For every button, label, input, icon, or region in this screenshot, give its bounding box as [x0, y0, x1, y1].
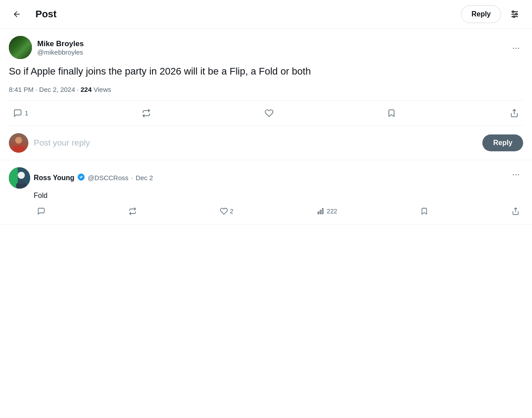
- reply-date: Dec 2: [136, 174, 153, 181]
- author-avatar: [9, 36, 32, 59]
- reply-name-row: Ross Young @DSCCRoss · Dec 2: [34, 173, 153, 183]
- svg-point-8: [12, 146, 25, 153]
- post-views-count: 224: [81, 86, 92, 93]
- svg-rect-14: [19, 181, 24, 184]
- reply-post-button[interactable]: Reply: [482, 134, 523, 151]
- settings-icon: [510, 9, 520, 19]
- reply-views-button[interactable]: 222: [313, 205, 340, 217]
- svg-point-5: [513, 16, 515, 18]
- svg-point-12: [18, 172, 25, 179]
- author-name-block: Mike Broyles @mikebbroyles: [37, 39, 84, 56]
- tweet-reply: Ross Young @DSCCRoss · Dec 2 ··· Fold: [0, 160, 532, 225]
- reply-placeholder[interactable]: Post your reply: [34, 138, 90, 148]
- retweet-icon: [142, 109, 151, 118]
- reply-author-avatar: [9, 167, 30, 189]
- more-options-button[interactable]: ···: [509, 41, 523, 55]
- svg-rect-16: [318, 212, 319, 214]
- bookmark-icon: [387, 109, 396, 118]
- reply-bookmark-button[interactable]: [417, 205, 432, 217]
- author-handle: @mikebbroyles: [37, 48, 84, 56]
- post-timestamp: 8:41 PM · Dec 2, 2024: [9, 86, 75, 93]
- share-button[interactable]: [505, 106, 523, 120]
- bookmark-button[interactable]: [383, 106, 400, 120]
- post-author-info: Mike Broyles @mikebbroyles: [9, 36, 84, 59]
- header: Post Reply: [0, 0, 532, 29]
- reply-input-inner: Post your reply: [9, 133, 477, 153]
- post-text: So if Apple finally joins the party in 2…: [9, 64, 523, 79]
- avatar-silhouette: [9, 133, 28, 153]
- header-reply-button[interactable]: Reply: [461, 5, 501, 23]
- post-container: Mike Broyles @mikebbroyles ··· So if App…: [0, 29, 532, 126]
- action-bar: 1: [9, 101, 523, 126]
- reply-comment-button[interactable]: [34, 205, 49, 217]
- reply-like-count: 2: [230, 208, 234, 215]
- reply-author-handle: @DSCCRoss: [88, 174, 129, 181]
- verified-icon: [77, 173, 85, 181]
- svg-point-3: [512, 11, 514, 13]
- heart-icon: [265, 109, 274, 118]
- retweet-button[interactable]: [137, 106, 155, 120]
- comment-count: 1: [25, 110, 28, 117]
- post-author-row: Mike Broyles @mikebbroyles ···: [9, 36, 523, 59]
- tweet-reply-header: Ross Young @DSCCRoss · Dec 2 ···: [9, 167, 523, 189]
- like-button[interactable]: [260, 106, 278, 120]
- reply-actions: 2 222: [34, 205, 523, 217]
- current-user-avatar: [9, 133, 28, 153]
- comment-icon: [13, 109, 22, 118]
- reply-bookmark-icon: [420, 207, 428, 215]
- verified-badge: [77, 173, 85, 183]
- svg-point-9: [16, 137, 22, 143]
- page-title: Post: [35, 8, 57, 20]
- reply-views-count: 222: [327, 208, 337, 215]
- svg-point-4: [516, 13, 517, 15]
- tweet-reply-author: Ross Young @DSCCRoss · Dec 2: [9, 167, 153, 189]
- post-meta: 8:41 PM · Dec 2, 2024 · 224 Views: [9, 86, 523, 93]
- svg-rect-17: [320, 210, 321, 214]
- reply-share-icon: [512, 207, 520, 215]
- settings-button[interactable]: [506, 6, 523, 23]
- reply-like-button[interactable]: 2: [216, 205, 237, 217]
- back-button[interactable]: [9, 6, 25, 22]
- share-icon: [510, 109, 519, 118]
- reply-author-details: Ross Young @DSCCRoss · Dec 2: [34, 173, 153, 183]
- reply-author-name: Ross Young: [34, 174, 74, 182]
- author-name: Mike Broyles: [37, 39, 84, 48]
- reply-text: Fold: [34, 190, 523, 201]
- reply-heart-icon: [220, 207, 228, 215]
- reply-input-row: Post your reply Reply: [0, 126, 532, 160]
- comment-button[interactable]: 1: [9, 106, 33, 120]
- reply-comment-icon: [37, 207, 45, 215]
- reply-share-button[interactable]: [508, 205, 523, 217]
- reply-more-button[interactable]: ···: [509, 167, 523, 181]
- svg-rect-18: [322, 209, 323, 214]
- header-left: Post: [9, 6, 57, 22]
- dot-separator: ·: [131, 174, 133, 181]
- reply-views-icon: [317, 207, 325, 215]
- back-icon: [12, 10, 21, 19]
- header-right: Reply: [461, 5, 523, 23]
- reply-retweet-icon: [129, 207, 137, 215]
- reply-retweet-button[interactable]: [125, 205, 140, 217]
